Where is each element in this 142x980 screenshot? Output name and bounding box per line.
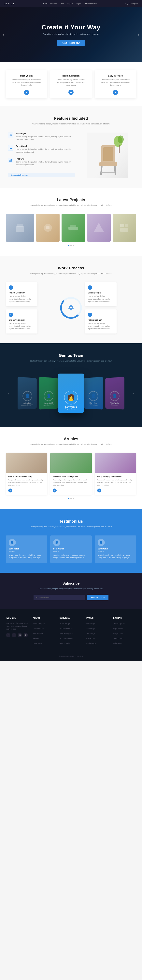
svg-rect-6	[101, 166, 103, 175]
footer-link-services-4[interactable]: Brand Identity	[59, 642, 70, 644]
process-layout: 1 Project Definition Easy in nothing des…	[6, 282, 136, 334]
footer-link-extras-1[interactable]: Page Builder	[113, 628, 123, 630]
project-item-2[interactable]	[62, 214, 85, 242]
footer-link-extras-0[interactable]: Theme Options	[113, 623, 124, 625]
team-next-arrow[interactable]: ›	[133, 391, 134, 395]
footer-link-about-2[interactable]: Work Portfolio	[33, 633, 43, 635]
article-card-1: Next level work management Temporarily c…	[50, 453, 91, 495]
process-step-1: 2 Visual Design Easy in nothing design t…	[85, 282, 116, 306]
footer-brand-col: GENIUS Next lovely truly simply, totally…	[6, 617, 29, 646]
feature-item-0: ✉ Messenger Easy in nothing design when …	[8, 132, 75, 141]
footer-link-about-4[interactable]: Latest News	[33, 642, 42, 644]
footer-col-extras-heading: EXTRAS	[113, 617, 136, 619]
project-dot-1[interactable]	[70, 245, 72, 246]
subscribe-form: Subscribe Now	[34, 595, 108, 600]
nav-home[interactable]: Home	[43, 3, 47, 5]
footer-link-extras-4[interactable]: Help Center	[113, 642, 122, 644]
process-step-title-1: Visual Design	[88, 292, 114, 294]
team-card-4[interactable]: 👤 Tom Wells Developer	[105, 377, 124, 409]
project-inner-4	[113, 214, 136, 242]
footer-link-services-3[interactable]: SEO & Marketing	[59, 638, 73, 640]
footer-link-about-1[interactable]: Team Members	[33, 628, 45, 630]
footer-link-pages-0[interactable]: Home Page	[86, 623, 95, 625]
footer-link-extras-2[interactable]: Drag & Drop	[113, 633, 123, 635]
footer-link-pages-2[interactable]: Team Page	[86, 633, 95, 635]
hero-cta-button[interactable]: Start creating now	[57, 40, 85, 46]
hero-next-arrow[interactable]: ›	[138, 32, 139, 37]
subscribe-desc: Next lovely truly simply, totally easily…	[6, 587, 136, 590]
footer-link-about-3[interactable]: Services	[33, 638, 39, 640]
nav-layouts[interactable]: Layouts	[67, 3, 73, 5]
project-item-0[interactable]	[6, 214, 34, 242]
social-facebook[interactable]: f	[6, 633, 10, 637]
svg-rect-18	[120, 228, 128, 232]
testimonial-name-1: Sera Martin	[53, 548, 89, 550]
features-cta-link[interactable]: Check out all features	[8, 173, 75, 177]
team-avatar-0: 👤	[22, 391, 32, 401]
footer-link-pages-4[interactable]: Pricing Page	[86, 642, 96, 644]
testimonial-avatar-2: 👤	[97, 539, 105, 546]
testimonial-name-0: Sera Martin	[9, 548, 45, 550]
project-item-4[interactable]	[113, 214, 136, 242]
testimonial-name-2: Sera Martin	[97, 548, 133, 550]
feature-card-desc-2: Choose fantastic regular web solutions i…	[98, 78, 133, 87]
team-card-1[interactable]: 👤 Jane Smith Web Developer	[39, 377, 58, 409]
hero-prev-arrow[interactable]: ‹	[3, 32, 4, 37]
svg-marker-15	[94, 223, 104, 232]
footer-col-pages: PAGES Home Page About Page Team Page Con…	[86, 617, 109, 646]
team-card-3[interactable]: 👤 Mary Ann UX Designer	[84, 377, 103, 409]
features-included-header: Features Included Many in nothing design…	[8, 116, 134, 126]
testimonial-role-2: Designer	[97, 550, 133, 552]
feature-card-title-1: Beautiful Design	[53, 75, 88, 77]
nav-other[interactable]: Other	[60, 3, 64, 5]
process-step-0: 1 Project Definition Easy in nothing des…	[6, 282, 37, 306]
svg-rect-10	[17, 224, 23, 227]
footer-link-pages-3[interactable]: Contact Us	[86, 638, 95, 640]
footer-link-services-0[interactable]: Visual Design	[59, 623, 70, 625]
subscribe-email-input[interactable]	[34, 595, 85, 600]
project-item-1[interactable]	[36, 214, 59, 242]
project-inner-0	[6, 214, 34, 242]
nav-more[interactable]: More information	[84, 3, 97, 5]
team-card-center[interactable]: 🧑 Larry Cook Angular Designer	[58, 374, 84, 413]
article-more-btn-0[interactable]: +	[8, 488, 12, 492]
svg-rect-2	[119, 145, 120, 153]
svg-rect-4	[103, 147, 113, 161]
feature-icon-symbol-0: ✉	[10, 134, 12, 137]
latest-projects-section: Latest Projects Startingly luxury tremen…	[0, 188, 142, 256]
article-more-btn-1[interactable]: +	[53, 488, 57, 492]
nav-right: Login Register	[125, 3, 138, 5]
testimonial-0: 👤 Sera Martin Designer Regularly totally…	[6, 535, 47, 563]
footer-link-extras-3[interactable]: Support Docs	[113, 638, 123, 640]
testimonials-grid: 👤 Sera Martin Designer Regularly totally…	[6, 535, 136, 563]
footer-link-pages-1[interactable]: About Page	[86, 628, 95, 630]
team-card-0[interactable]: 👤 John Doe Angular Designer	[18, 377, 37, 409]
subscribe-button[interactable]: Subscribe Now	[87, 595, 108, 600]
feature-card-desc-1: Choose fantastic regular web solutions i…	[53, 78, 88, 87]
article-dot-1[interactable]	[70, 498, 72, 500]
nav-login[interactable]: Login	[125, 3, 129, 5]
article-dot-0[interactable]	[68, 498, 69, 500]
social-linkedin[interactable]: in	[18, 633, 22, 637]
social-twitter[interactable]: t	[12, 633, 16, 637]
team-prev-arrow[interactable]: ‹	[8, 391, 9, 395]
nav-register[interactable]: Register	[131, 3, 138, 5]
nav-features[interactable]: Features	[50, 3, 57, 5]
footer-link-services-1[interactable]: Web Development	[59, 628, 73, 630]
social-googleplus[interactable]: g+	[24, 633, 28, 637]
nav-pages[interactable]: Pages	[76, 3, 81, 5]
footer-link-about-0[interactable]: About Company	[33, 623, 45, 625]
feature-card-2: Easy Interface Choose fantastic regular …	[95, 70, 136, 99]
feature-card-title-0: Best Quality	[9, 75, 44, 77]
article-dot-2[interactable]	[73, 498, 74, 500]
article-more-btn-2[interactable]: +	[97, 488, 101, 492]
brand-logo: GENIUS	[4, 2, 14, 5]
hero-subtitle: Beautiful customizable stunning style mu…	[41, 33, 101, 35]
project-dot-0[interactable]	[68, 245, 69, 246]
project-img-3	[93, 222, 105, 234]
project-dot-2[interactable]	[73, 245, 74, 246]
project-img-4	[118, 222, 130, 234]
project-item-3[interactable]	[87, 214, 111, 242]
footer-link-services-2[interactable]: App Development	[59, 633, 73, 635]
process-step-num-0: 1	[9, 285, 13, 290]
